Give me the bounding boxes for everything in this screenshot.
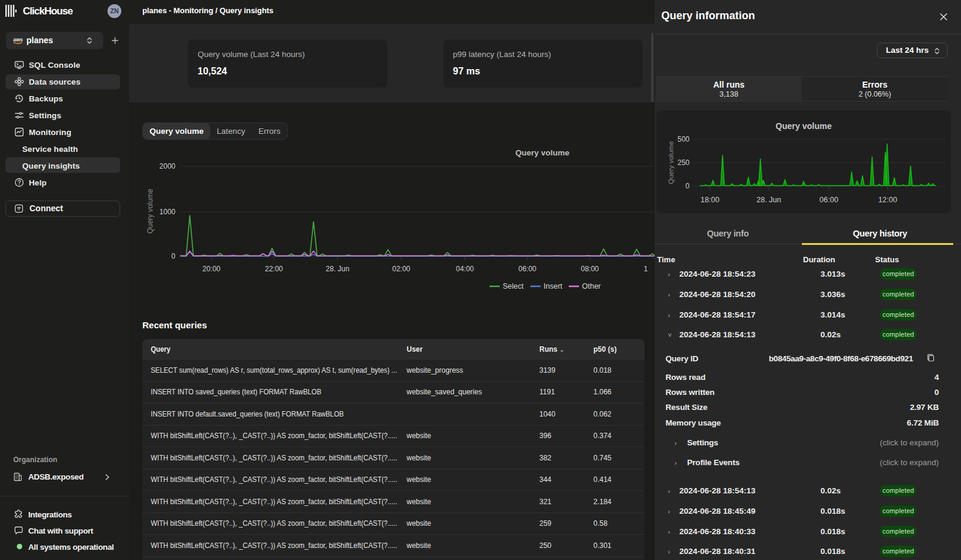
svg-text:22:00: 22:00 (265, 265, 283, 273)
svg-text:Query volume: Query volume (515, 148, 570, 157)
svg-text:Query volume: Query volume (775, 121, 832, 131)
svg-text:18:00: 18:00 (700, 196, 719, 204)
svg-text:500: 500 (678, 135, 690, 143)
svg-text:08:00: 08:00 (581, 265, 599, 273)
svg-text:12:00: 12:00 (878, 196, 897, 204)
svg-text:2000: 2000 (159, 162, 175, 170)
svg-text:1000: 1000 (159, 208, 175, 216)
svg-text:20:00: 20:00 (202, 265, 220, 273)
svg-text:0: 0 (685, 182, 690, 190)
svg-text:28. Jun: 28. Jun (326, 265, 349, 273)
svg-text:250: 250 (678, 158, 690, 167)
svg-text:Insert: Insert (544, 282, 563, 291)
svg-text:0: 0 (171, 252, 175, 260)
svg-text:1: 1 (644, 265, 648, 273)
svg-text:aws: aws (13, 37, 23, 43)
svg-text:04:00: 04:00 (456, 265, 474, 273)
svg-text:Select: Select (503, 282, 524, 291)
svg-text:Query volume: Query volume (667, 141, 675, 184)
svg-text:06:00: 06:00 (819, 196, 838, 204)
svg-text:06:00: 06:00 (518, 265, 536, 273)
svg-text:Other: Other (582, 282, 601, 291)
svg-text:Query volume: Query volume (146, 188, 154, 233)
svg-text:02:00: 02:00 (392, 265, 410, 273)
svg-text:28. Jun: 28. Jun (756, 196, 781, 204)
